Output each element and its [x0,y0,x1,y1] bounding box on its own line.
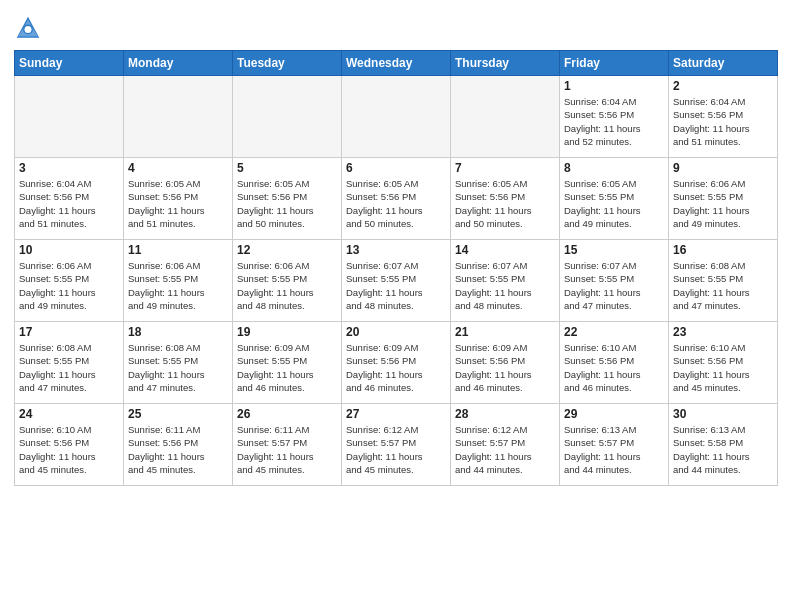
day-info: Sunrise: 6:06 AM Sunset: 5:55 PM Dayligh… [237,259,337,312]
day-info: Sunrise: 6:11 AM Sunset: 5:57 PM Dayligh… [237,423,337,476]
day-info: Sunrise: 6:05 AM Sunset: 5:56 PM Dayligh… [455,177,555,230]
calendar-cell: 11Sunrise: 6:06 AM Sunset: 5:55 PM Dayli… [124,240,233,322]
day-number: 6 [346,161,446,175]
day-info: Sunrise: 6:11 AM Sunset: 5:56 PM Dayligh… [128,423,228,476]
day-info: Sunrise: 6:08 AM Sunset: 5:55 PM Dayligh… [128,341,228,394]
calendar-cell: 25Sunrise: 6:11 AM Sunset: 5:56 PM Dayli… [124,404,233,486]
week-row-1: 1Sunrise: 6:04 AM Sunset: 5:56 PM Daylig… [15,76,778,158]
day-number: 12 [237,243,337,257]
day-info: Sunrise: 6:06 AM Sunset: 5:55 PM Dayligh… [673,177,773,230]
calendar-cell: 19Sunrise: 6:09 AM Sunset: 5:55 PM Dayli… [233,322,342,404]
day-info: Sunrise: 6:09 AM Sunset: 5:55 PM Dayligh… [237,341,337,394]
day-number: 29 [564,407,664,421]
day-info: Sunrise: 6:07 AM Sunset: 5:55 PM Dayligh… [564,259,664,312]
day-info: Sunrise: 6:12 AM Sunset: 5:57 PM Dayligh… [346,423,446,476]
calendar-cell: 23Sunrise: 6:10 AM Sunset: 5:56 PM Dayli… [669,322,778,404]
day-number: 21 [455,325,555,339]
day-info: Sunrise: 6:04 AM Sunset: 5:56 PM Dayligh… [564,95,664,148]
day-info: Sunrise: 6:10 AM Sunset: 5:56 PM Dayligh… [19,423,119,476]
calendar-cell [124,76,233,158]
day-number: 8 [564,161,664,175]
calendar-cell: 12Sunrise: 6:06 AM Sunset: 5:55 PM Dayli… [233,240,342,322]
calendar-table: SundayMondayTuesdayWednesdayThursdayFrid… [14,50,778,486]
calendar-cell: 29Sunrise: 6:13 AM Sunset: 5:57 PM Dayli… [560,404,669,486]
day-info: Sunrise: 6:08 AM Sunset: 5:55 PM Dayligh… [19,341,119,394]
header [14,10,778,42]
day-info: Sunrise: 6:07 AM Sunset: 5:55 PM Dayligh… [455,259,555,312]
day-number: 13 [346,243,446,257]
day-number: 22 [564,325,664,339]
calendar-cell: 5Sunrise: 6:05 AM Sunset: 5:56 PM Daylig… [233,158,342,240]
day-info: Sunrise: 6:13 AM Sunset: 5:58 PM Dayligh… [673,423,773,476]
week-row-4: 17Sunrise: 6:08 AM Sunset: 5:55 PM Dayli… [15,322,778,404]
calendar-cell: 9Sunrise: 6:06 AM Sunset: 5:55 PM Daylig… [669,158,778,240]
calendar-cell: 1Sunrise: 6:04 AM Sunset: 5:56 PM Daylig… [560,76,669,158]
calendar-cell: 15Sunrise: 6:07 AM Sunset: 5:55 PM Dayli… [560,240,669,322]
day-number: 10 [19,243,119,257]
calendar-cell: 28Sunrise: 6:12 AM Sunset: 5:57 PM Dayli… [451,404,560,486]
weekday-header-saturday: Saturday [669,51,778,76]
weekday-header-wednesday: Wednesday [342,51,451,76]
calendar-cell: 8Sunrise: 6:05 AM Sunset: 5:55 PM Daylig… [560,158,669,240]
calendar-cell: 4Sunrise: 6:05 AM Sunset: 5:56 PM Daylig… [124,158,233,240]
day-info: Sunrise: 6:10 AM Sunset: 5:56 PM Dayligh… [564,341,664,394]
day-number: 23 [673,325,773,339]
day-number: 28 [455,407,555,421]
week-row-5: 24Sunrise: 6:10 AM Sunset: 5:56 PM Dayli… [15,404,778,486]
weekday-header-tuesday: Tuesday [233,51,342,76]
calendar-cell: 24Sunrise: 6:10 AM Sunset: 5:56 PM Dayli… [15,404,124,486]
weekday-header-friday: Friday [560,51,669,76]
calendar-cell: 14Sunrise: 6:07 AM Sunset: 5:55 PM Dayli… [451,240,560,322]
day-info: Sunrise: 6:05 AM Sunset: 5:56 PM Dayligh… [237,177,337,230]
calendar-cell: 2Sunrise: 6:04 AM Sunset: 5:56 PM Daylig… [669,76,778,158]
day-number: 4 [128,161,228,175]
calendar-cell: 18Sunrise: 6:08 AM Sunset: 5:55 PM Dayli… [124,322,233,404]
logo [14,14,44,42]
calendar-cell: 27Sunrise: 6:12 AM Sunset: 5:57 PM Dayli… [342,404,451,486]
calendar-cell [451,76,560,158]
day-info: Sunrise: 6:12 AM Sunset: 5:57 PM Dayligh… [455,423,555,476]
calendar-cell: 10Sunrise: 6:06 AM Sunset: 5:55 PM Dayli… [15,240,124,322]
day-number: 18 [128,325,228,339]
week-row-3: 10Sunrise: 6:06 AM Sunset: 5:55 PM Dayli… [15,240,778,322]
logo-icon [14,14,42,42]
calendar-cell [15,76,124,158]
day-info: Sunrise: 6:10 AM Sunset: 5:56 PM Dayligh… [673,341,773,394]
day-info: Sunrise: 6:07 AM Sunset: 5:55 PM Dayligh… [346,259,446,312]
calendar-cell: 17Sunrise: 6:08 AM Sunset: 5:55 PM Dayli… [15,322,124,404]
day-number: 17 [19,325,119,339]
day-number: 20 [346,325,446,339]
day-number: 24 [19,407,119,421]
calendar-cell: 13Sunrise: 6:07 AM Sunset: 5:55 PM Dayli… [342,240,451,322]
week-row-2: 3Sunrise: 6:04 AM Sunset: 5:56 PM Daylig… [15,158,778,240]
day-info: Sunrise: 6:05 AM Sunset: 5:56 PM Dayligh… [128,177,228,230]
day-number: 25 [128,407,228,421]
day-info: Sunrise: 6:06 AM Sunset: 5:55 PM Dayligh… [128,259,228,312]
calendar-cell: 30Sunrise: 6:13 AM Sunset: 5:58 PM Dayli… [669,404,778,486]
day-number: 9 [673,161,773,175]
day-number: 2 [673,79,773,93]
day-number: 30 [673,407,773,421]
weekday-header-thursday: Thursday [451,51,560,76]
calendar-cell [342,76,451,158]
weekday-header-monday: Monday [124,51,233,76]
day-info: Sunrise: 6:13 AM Sunset: 5:57 PM Dayligh… [564,423,664,476]
day-number: 1 [564,79,664,93]
day-info: Sunrise: 6:05 AM Sunset: 5:55 PM Dayligh… [564,177,664,230]
day-info: Sunrise: 6:04 AM Sunset: 5:56 PM Dayligh… [19,177,119,230]
page: SundayMondayTuesdayWednesdayThursdayFrid… [0,0,792,612]
calendar-cell: 21Sunrise: 6:09 AM Sunset: 5:56 PM Dayli… [451,322,560,404]
day-number: 14 [455,243,555,257]
svg-point-3 [25,26,32,33]
day-number: 15 [564,243,664,257]
calendar-cell: 26Sunrise: 6:11 AM Sunset: 5:57 PM Dayli… [233,404,342,486]
day-info: Sunrise: 6:09 AM Sunset: 5:56 PM Dayligh… [455,341,555,394]
day-number: 19 [237,325,337,339]
day-info: Sunrise: 6:05 AM Sunset: 5:56 PM Dayligh… [346,177,446,230]
calendar-cell: 3Sunrise: 6:04 AM Sunset: 5:56 PM Daylig… [15,158,124,240]
day-number: 11 [128,243,228,257]
day-info: Sunrise: 6:09 AM Sunset: 5:56 PM Dayligh… [346,341,446,394]
day-number: 7 [455,161,555,175]
day-number: 16 [673,243,773,257]
day-number: 3 [19,161,119,175]
